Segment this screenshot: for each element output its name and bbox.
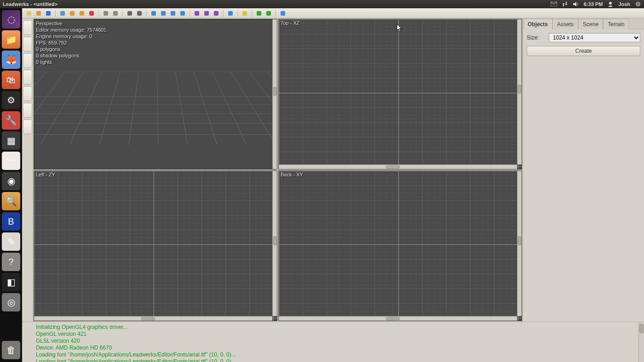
palette-slot[interactable] — [23, 86, 32, 101]
launcher-settings[interactable]: 🔧 — [2, 111, 20, 130]
svg-rect-20 — [204, 11, 209, 16]
console-scrollbar[interactable] — [638, 322, 644, 362]
toolbar-zoom-out-button[interactable] — [135, 9, 144, 17]
launcher-blender[interactable]: B — [2, 212, 20, 231]
toolbar-separator — [223, 10, 224, 17]
tab-assets[interactable]: Assets — [552, 19, 578, 29]
toolbar-redo-button[interactable] — [111, 9, 120, 17]
toolbar-play-fast-button[interactable] — [264, 9, 273, 17]
toolbar-zoom-in-button[interactable] — [126, 9, 134, 17]
launcher-files[interactable]: 📁 — [2, 30, 20, 49]
network-icon[interactable] — [562, 1, 568, 7]
toolbar-tool-a-button[interactable] — [193, 9, 201, 17]
toolbar-separator — [252, 10, 252, 17]
viewport-top[interactable]: Top - XZ — [278, 19, 522, 170]
tab-objects[interactable]: Objects — [523, 19, 552, 29]
launcher-editor[interactable]: ✎ — [2, 232, 20, 251]
vertical-scrollbar[interactable] — [517, 171, 522, 316]
sound-icon[interactable] — [573, 1, 579, 7]
palette-slot[interactable] — [23, 70, 32, 85]
toolbar-scale-button[interactable] — [169, 9, 177, 17]
horizontal-scrollbar[interactable] — [279, 164, 517, 169]
svg-rect-5 — [36, 11, 41, 16]
viewport-left[interactable]: Left - ZY — [34, 170, 277, 321]
palette-slot[interactable] — [23, 103, 32, 118]
create-button[interactable]: Create — [527, 46, 640, 56]
viewport-label: Left - ZY — [36, 172, 55, 177]
toolbar-snap-button[interactable] — [178, 9, 187, 17]
svg-rect-22 — [228, 11, 233, 16]
svg-rect-25 — [266, 11, 271, 16]
menubar-indicators: 6:33 PM Josh — [551, 1, 641, 7]
svg-rect-12 — [113, 11, 118, 16]
launcher-search[interactable]: 🔍 — [2, 192, 20, 210]
launcher-help[interactable]: ? — [2, 253, 20, 271]
toolbar-help-button[interactable] — [279, 9, 287, 17]
toolbar-tool-b-button[interactable] — [202, 9, 211, 17]
vertical-scrollbar[interactable] — [272, 19, 277, 169]
launcher-steam[interactable]: ⚙ — [2, 91, 20, 109]
launcher-trash[interactable]: 🗑 — [2, 341, 20, 359]
svg-point-1 — [609, 2, 612, 5]
svg-rect-24 — [257, 11, 261, 16]
palette-slot[interactable] — [23, 53, 32, 68]
toolbar-copy-button[interactable] — [68, 9, 76, 17]
content: PerspectiveEditor memory usage: 7574601E… — [22, 18, 644, 322]
palette-slot[interactable] — [23, 20, 32, 35]
vertical-scrollbar[interactable] — [272, 171, 277, 316]
svg-rect-9 — [80, 11, 84, 16]
mail-icon[interactable] — [551, 1, 557, 7]
launcher-dash[interactable]: ◌ — [2, 10, 20, 28]
toolbar-play-button[interactable] — [255, 9, 263, 17]
svg-rect-16 — [161, 11, 166, 16]
side-panel: ObjectsAssetsSceneTerrain Size: 1024 x 1… — [523, 18, 644, 322]
toolbar-separator — [190, 10, 190, 17]
viewport-perspective[interactable]: PerspectiveEditor memory usage: 7574601E… — [34, 19, 277, 170]
launcher-monitor[interactable]: 〰 — [2, 152, 20, 170]
unity-launcher: ◌📁🦊🛍⚙🔧▦〰◉🔍B✎?◧◎🗑 — [0, 8, 22, 362]
palette-slot[interactable] — [23, 37, 32, 51]
toolbar-paste-button[interactable] — [78, 9, 86, 17]
toolbar-light-button[interactable] — [241, 9, 249, 17]
side-panel-body: Size: 1024 x 1024 Create — [523, 29, 644, 60]
toolbar-separator — [237, 10, 238, 17]
tab-terrain[interactable]: Terrain — [603, 19, 629, 29]
svg-rect-17 — [171, 11, 175, 16]
launcher-firefox[interactable]: 🦊 — [2, 51, 20, 69]
svg-rect-8 — [70, 11, 75, 16]
window-title: Leadwerks - <untitled> — [3, 1, 551, 7]
toolbar-save-button[interactable] — [44, 9, 52, 17]
svg-rect-15 — [151, 11, 156, 16]
launcher-disks[interactable]: ◉ — [2, 172, 20, 190]
toolbar-delete-button[interactable] — [87, 9, 96, 17]
gear-icon[interactable] — [635, 1, 641, 7]
tab-scene[interactable]: Scene — [578, 19, 603, 29]
viewport-back[interactable]: Back - XY — [278, 170, 522, 321]
user-name[interactable]: Josh — [618, 1, 630, 7]
toolbar-separator — [98, 10, 99, 17]
palette-slot[interactable] — [23, 119, 32, 134]
toolbar-undo-button[interactable] — [102, 9, 110, 17]
clock[interactable]: 6:33 PM — [584, 1, 603, 7]
svg-rect-13 — [127, 11, 132, 16]
launcher-cd[interactable]: ◎ — [2, 293, 20, 311]
toolbar-open-button[interactable] — [34, 9, 43, 17]
console-output: Initializing OpenGL4 graphics driver...O… — [22, 322, 638, 362]
horizontal-scrollbar[interactable] — [279, 316, 517, 321]
viewport-overlay: PerspectiveEditor memory usage: 7574601E… — [36, 20, 106, 65]
toolbar-move-button[interactable] — [150, 9, 158, 17]
toolbar-cut-button[interactable] — [58, 9, 67, 17]
toolbar-tool-c-button[interactable] — [212, 9, 220, 17]
horizontal-scrollbar[interactable] — [34, 316, 272, 321]
toolbar-new-button[interactable] — [25, 9, 33, 17]
toolbar-world-button[interactable] — [226, 9, 235, 17]
launcher-workspace[interactable]: ◧ — [2, 273, 20, 291]
launcher-colors[interactable]: ▦ — [2, 131, 20, 150]
launcher-software[interactable]: 🛍 — [2, 71, 20, 89]
viewport-label: Top - XZ — [281, 20, 300, 26]
vertical-scrollbar[interactable] — [517, 19, 522, 164]
size-select[interactable]: 1024 x 1024 — [549, 33, 640, 42]
toolbar-rotate-button[interactable] — [159, 9, 167, 17]
toolbar-separator — [55, 10, 56, 17]
toolbar-separator — [146, 10, 147, 17]
